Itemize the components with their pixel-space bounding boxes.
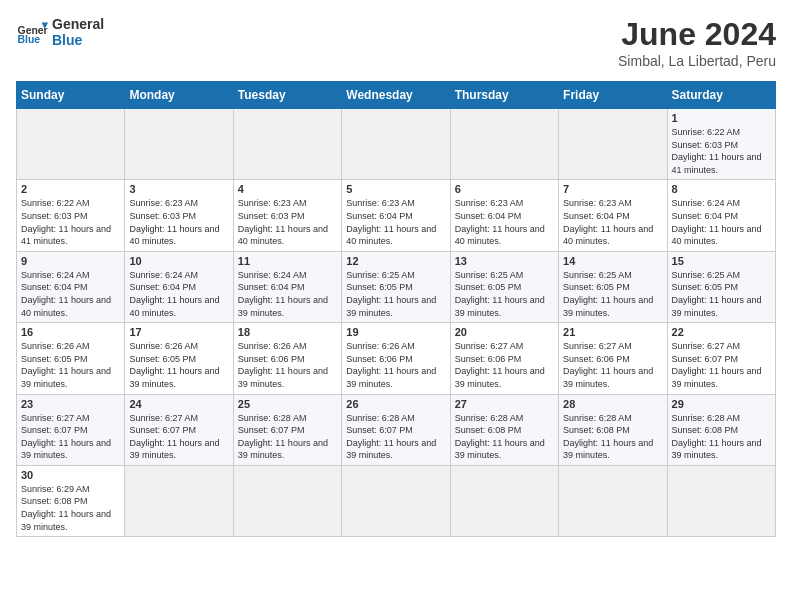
day-info: Sunrise: 6:29 AMSunset: 6:08 PMDaylight:…	[21, 483, 120, 533]
day-info: Sunrise: 6:25 AMSunset: 6:05 PMDaylight:…	[455, 269, 554, 319]
calendar-cell: 28Sunrise: 6:28 AMSunset: 6:08 PMDayligh…	[559, 394, 667, 465]
day-number: 4	[238, 183, 337, 195]
calendar-cell	[559, 109, 667, 180]
calendar-cell: 6Sunrise: 6:23 AMSunset: 6:04 PMDaylight…	[450, 180, 558, 251]
calendar-cell	[125, 109, 233, 180]
title-block: June 2024 Simbal, La Libertad, Peru	[618, 16, 776, 69]
day-number: 5	[346, 183, 445, 195]
calendar-cell: 27Sunrise: 6:28 AMSunset: 6:08 PMDayligh…	[450, 394, 558, 465]
calendar-cell: 14Sunrise: 6:25 AMSunset: 6:05 PMDayligh…	[559, 251, 667, 322]
day-number: 7	[563, 183, 662, 195]
weekday-header-wednesday: Wednesday	[342, 82, 450, 109]
calendar-cell: 1Sunrise: 6:22 AMSunset: 6:03 PMDaylight…	[667, 109, 775, 180]
day-number: 16	[21, 326, 120, 338]
day-number: 11	[238, 255, 337, 267]
day-info: Sunrise: 6:27 AMSunset: 6:07 PMDaylight:…	[21, 412, 120, 462]
calendar-cell: 8Sunrise: 6:24 AMSunset: 6:04 PMDaylight…	[667, 180, 775, 251]
calendar-cell: 2Sunrise: 6:22 AMSunset: 6:03 PMDaylight…	[17, 180, 125, 251]
calendar-cell: 3Sunrise: 6:23 AMSunset: 6:03 PMDaylight…	[125, 180, 233, 251]
calendar-cell: 10Sunrise: 6:24 AMSunset: 6:04 PMDayligh…	[125, 251, 233, 322]
page-header: General Blue General Blue June 2024 Simb…	[16, 16, 776, 69]
weekday-header-thursday: Thursday	[450, 82, 558, 109]
location-subtitle: Simbal, La Libertad, Peru	[618, 53, 776, 69]
logo: General Blue General Blue	[16, 16, 104, 48]
calendar-cell: 21Sunrise: 6:27 AMSunset: 6:06 PMDayligh…	[559, 323, 667, 394]
calendar-week-row: 9Sunrise: 6:24 AMSunset: 6:04 PMDaylight…	[17, 251, 776, 322]
day-number: 12	[346, 255, 445, 267]
calendar-week-row: 1Sunrise: 6:22 AMSunset: 6:03 PMDaylight…	[17, 109, 776, 180]
calendar-cell: 12Sunrise: 6:25 AMSunset: 6:05 PMDayligh…	[342, 251, 450, 322]
day-info: Sunrise: 6:23 AMSunset: 6:03 PMDaylight:…	[238, 197, 337, 247]
day-number: 18	[238, 326, 337, 338]
calendar-cell	[125, 465, 233, 536]
day-number: 20	[455, 326, 554, 338]
calendar-cell	[17, 109, 125, 180]
calendar-cell: 15Sunrise: 6:25 AMSunset: 6:05 PMDayligh…	[667, 251, 775, 322]
calendar-week-row: 30Sunrise: 6:29 AMSunset: 6:08 PMDayligh…	[17, 465, 776, 536]
day-info: Sunrise: 6:26 AMSunset: 6:06 PMDaylight:…	[346, 340, 445, 390]
weekday-header-monday: Monday	[125, 82, 233, 109]
day-number: 9	[21, 255, 120, 267]
logo-icon: General Blue	[16, 16, 48, 48]
logo-general-text: General	[52, 16, 104, 32]
calendar-cell	[233, 109, 341, 180]
day-info: Sunrise: 6:24 AMSunset: 6:04 PMDaylight:…	[672, 197, 771, 247]
calendar-cell: 26Sunrise: 6:28 AMSunset: 6:07 PMDayligh…	[342, 394, 450, 465]
day-number: 1	[672, 112, 771, 124]
calendar-cell: 7Sunrise: 6:23 AMSunset: 6:04 PMDaylight…	[559, 180, 667, 251]
calendar-cell	[233, 465, 341, 536]
calendar-cell: 25Sunrise: 6:28 AMSunset: 6:07 PMDayligh…	[233, 394, 341, 465]
calendar-cell: 5Sunrise: 6:23 AMSunset: 6:04 PMDaylight…	[342, 180, 450, 251]
calendar-week-row: 23Sunrise: 6:27 AMSunset: 6:07 PMDayligh…	[17, 394, 776, 465]
calendar-body: 1Sunrise: 6:22 AMSunset: 6:03 PMDaylight…	[17, 109, 776, 537]
calendar-cell: 29Sunrise: 6:28 AMSunset: 6:08 PMDayligh…	[667, 394, 775, 465]
calendar-cell: 11Sunrise: 6:24 AMSunset: 6:04 PMDayligh…	[233, 251, 341, 322]
day-number: 8	[672, 183, 771, 195]
day-info: Sunrise: 6:24 AMSunset: 6:04 PMDaylight:…	[21, 269, 120, 319]
day-info: Sunrise: 6:28 AMSunset: 6:08 PMDaylight:…	[672, 412, 771, 462]
day-number: 13	[455, 255, 554, 267]
day-number: 29	[672, 398, 771, 410]
calendar-cell	[559, 465, 667, 536]
day-info: Sunrise: 6:28 AMSunset: 6:07 PMDaylight:…	[346, 412, 445, 462]
day-info: Sunrise: 6:26 AMSunset: 6:05 PMDaylight:…	[21, 340, 120, 390]
calendar-cell: 18Sunrise: 6:26 AMSunset: 6:06 PMDayligh…	[233, 323, 341, 394]
calendar-cell: 22Sunrise: 6:27 AMSunset: 6:07 PMDayligh…	[667, 323, 775, 394]
day-info: Sunrise: 6:25 AMSunset: 6:05 PMDaylight:…	[672, 269, 771, 319]
day-info: Sunrise: 6:22 AMSunset: 6:03 PMDaylight:…	[21, 197, 120, 247]
day-info: Sunrise: 6:25 AMSunset: 6:05 PMDaylight:…	[563, 269, 662, 319]
day-info: Sunrise: 6:27 AMSunset: 6:07 PMDaylight:…	[672, 340, 771, 390]
day-info: Sunrise: 6:23 AMSunset: 6:04 PMDaylight:…	[346, 197, 445, 247]
calendar-cell: 9Sunrise: 6:24 AMSunset: 6:04 PMDaylight…	[17, 251, 125, 322]
calendar-cell: 19Sunrise: 6:26 AMSunset: 6:06 PMDayligh…	[342, 323, 450, 394]
day-number: 24	[129, 398, 228, 410]
day-info: Sunrise: 6:24 AMSunset: 6:04 PMDaylight:…	[238, 269, 337, 319]
calendar-cell: 30Sunrise: 6:29 AMSunset: 6:08 PMDayligh…	[17, 465, 125, 536]
logo-blue-text: Blue	[52, 32, 104, 48]
day-info: Sunrise: 6:25 AMSunset: 6:05 PMDaylight:…	[346, 269, 445, 319]
calendar-table: SundayMondayTuesdayWednesdayThursdayFrid…	[16, 81, 776, 537]
weekday-header-sunday: Sunday	[17, 82, 125, 109]
svg-text:Blue: Blue	[18, 34, 41, 45]
calendar-cell	[450, 465, 558, 536]
day-info: Sunrise: 6:24 AMSunset: 6:04 PMDaylight:…	[129, 269, 228, 319]
day-info: Sunrise: 6:26 AMSunset: 6:05 PMDaylight:…	[129, 340, 228, 390]
weekday-header-tuesday: Tuesday	[233, 82, 341, 109]
day-info: Sunrise: 6:26 AMSunset: 6:06 PMDaylight:…	[238, 340, 337, 390]
weekday-header-row: SundayMondayTuesdayWednesdayThursdayFrid…	[17, 82, 776, 109]
calendar-cell	[667, 465, 775, 536]
day-number: 27	[455, 398, 554, 410]
calendar-cell: 16Sunrise: 6:26 AMSunset: 6:05 PMDayligh…	[17, 323, 125, 394]
day-number: 6	[455, 183, 554, 195]
day-number: 25	[238, 398, 337, 410]
calendar-cell: 23Sunrise: 6:27 AMSunset: 6:07 PMDayligh…	[17, 394, 125, 465]
day-info: Sunrise: 6:23 AMSunset: 6:04 PMDaylight:…	[455, 197, 554, 247]
day-info: Sunrise: 6:27 AMSunset: 6:06 PMDaylight:…	[563, 340, 662, 390]
day-number: 28	[563, 398, 662, 410]
day-number: 2	[21, 183, 120, 195]
day-info: Sunrise: 6:22 AMSunset: 6:03 PMDaylight:…	[672, 126, 771, 176]
calendar-cell: 20Sunrise: 6:27 AMSunset: 6:06 PMDayligh…	[450, 323, 558, 394]
weekday-header-friday: Friday	[559, 82, 667, 109]
calendar-week-row: 2Sunrise: 6:22 AMSunset: 6:03 PMDaylight…	[17, 180, 776, 251]
calendar-cell: 4Sunrise: 6:23 AMSunset: 6:03 PMDaylight…	[233, 180, 341, 251]
